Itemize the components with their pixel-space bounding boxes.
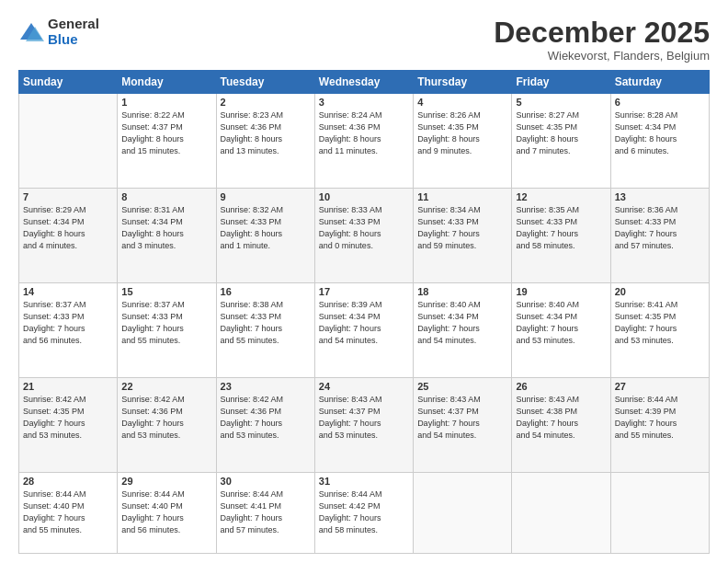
- header-saturday: Saturday: [610, 71, 709, 94]
- month-title: December 2025: [494, 17, 710, 49]
- day-info: Sunrise: 8:26 AMSunset: 4:35 PMDaylight:…: [417, 109, 507, 157]
- day-number: 30: [221, 476, 311, 487]
- day-info: Sunrise: 8:29 AMSunset: 4:34 PMDaylight:…: [23, 204, 113, 252]
- day-number: 8: [121, 191, 211, 202]
- day-number: 16: [221, 286, 311, 297]
- day-number: 19: [516, 286, 606, 297]
- day-number: 22: [121, 381, 211, 392]
- day-number: 12: [516, 191, 606, 202]
- header-thursday: Thursday: [414, 71, 512, 94]
- day-number: 25: [417, 381, 507, 392]
- day-info: Sunrise: 8:44 AMSunset: 4:41 PMDaylight:…: [221, 488, 311, 536]
- day-info: Sunrise: 8:44 AMSunset: 4:40 PMDaylight:…: [23, 488, 113, 536]
- header-wednesday: Wednesday: [314, 71, 413, 94]
- calendar-cell: 16Sunrise: 8:38 AMSunset: 4:33 PMDayligh…: [216, 283, 314, 378]
- calendar-cell: 10Sunrise: 8:33 AMSunset: 4:33 PMDayligh…: [314, 189, 413, 283]
- header-friday: Friday: [512, 71, 610, 94]
- weekday-header-row: Sunday Monday Tuesday Wednesday Thursday…: [19, 71, 710, 94]
- calendar-cell: 20Sunrise: 8:41 AMSunset: 4:35 PMDayligh…: [610, 283, 709, 378]
- day-number: 13: [615, 191, 705, 202]
- day-info: Sunrise: 8:42 AMSunset: 4:36 PMDaylight:…: [221, 394, 311, 442]
- calendar-cell: 14Sunrise: 8:37 AMSunset: 4:33 PMDayligh…: [19, 283, 118, 378]
- day-info: Sunrise: 8:43 AMSunset: 4:37 PMDaylight:…: [417, 394, 507, 442]
- logo-general-text: General: [48, 17, 99, 32]
- day-info: Sunrise: 8:28 AMSunset: 4:34 PMDaylight:…: [615, 109, 705, 157]
- day-number: 15: [121, 286, 211, 297]
- calendar-cell: 21Sunrise: 8:42 AMSunset: 4:35 PMDayligh…: [19, 378, 118, 473]
- day-number: 10: [319, 191, 409, 202]
- calendar-cell: 3Sunrise: 8:24 AMSunset: 4:36 PMDaylight…: [314, 94, 413, 189]
- day-info: Sunrise: 8:44 AMSunset: 4:42 PMDaylight:…: [319, 488, 409, 536]
- header-tuesday: Tuesday: [216, 71, 314, 94]
- day-info: Sunrise: 8:42 AMSunset: 4:35 PMDaylight:…: [23, 394, 113, 442]
- day-number: 4: [417, 97, 507, 108]
- calendar-cell: [19, 94, 118, 189]
- day-info: Sunrise: 8:40 AMSunset: 4:34 PMDaylight:…: [417, 299, 507, 347]
- day-info: Sunrise: 8:43 AMSunset: 4:37 PMDaylight:…: [319, 394, 409, 442]
- day-info: Sunrise: 8:44 AMSunset: 4:39 PMDaylight:…: [615, 394, 705, 442]
- calendar-cell: 4Sunrise: 8:26 AMSunset: 4:35 PMDaylight…: [414, 94, 512, 189]
- day-info: Sunrise: 8:33 AMSunset: 4:33 PMDaylight:…: [319, 204, 409, 252]
- day-number: 28: [23, 476, 113, 487]
- calendar-cell: 31Sunrise: 8:44 AMSunset: 4:42 PMDayligh…: [314, 473, 413, 554]
- calendar-cell: 18Sunrise: 8:40 AMSunset: 4:34 PMDayligh…: [414, 283, 512, 378]
- calendar-cell: 11Sunrise: 8:34 AMSunset: 4:33 PMDayligh…: [414, 189, 512, 283]
- calendar-cell: 23Sunrise: 8:42 AMSunset: 4:36 PMDayligh…: [216, 378, 314, 473]
- calendar-cell: 15Sunrise: 8:37 AMSunset: 4:33 PMDayligh…: [118, 283, 216, 378]
- calendar-cell: 27Sunrise: 8:44 AMSunset: 4:39 PMDayligh…: [610, 378, 709, 473]
- calendar-cell: 7Sunrise: 8:29 AMSunset: 4:34 PMDaylight…: [19, 189, 118, 283]
- calendar-cell: 25Sunrise: 8:43 AMSunset: 4:37 PMDayligh…: [414, 378, 512, 473]
- calendar-cell: 30Sunrise: 8:44 AMSunset: 4:41 PMDayligh…: [216, 473, 314, 554]
- calendar-cell: 5Sunrise: 8:27 AMSunset: 4:35 PMDaylight…: [512, 94, 610, 189]
- calendar-cell: 2Sunrise: 8:23 AMSunset: 4:36 PMDaylight…: [216, 94, 314, 189]
- day-info: Sunrise: 8:41 AMSunset: 4:35 PMDaylight:…: [615, 299, 705, 347]
- calendar-cell: 6Sunrise: 8:28 AMSunset: 4:34 PMDaylight…: [610, 94, 709, 189]
- logo-text: General Blue: [48, 17, 99, 47]
- day-info: Sunrise: 8:43 AMSunset: 4:38 PMDaylight:…: [516, 394, 606, 442]
- day-number: 14: [23, 286, 113, 297]
- calendar-cell: 28Sunrise: 8:44 AMSunset: 4:40 PMDayligh…: [19, 473, 118, 554]
- day-info: Sunrise: 8:37 AMSunset: 4:33 PMDaylight:…: [121, 299, 211, 347]
- calendar-cell: [610, 473, 709, 554]
- day-info: Sunrise: 8:22 AMSunset: 4:37 PMDaylight:…: [121, 109, 211, 157]
- day-number: 26: [516, 381, 606, 392]
- day-info: Sunrise: 8:35 AMSunset: 4:33 PMDaylight:…: [516, 204, 606, 252]
- day-number: 9: [221, 191, 311, 202]
- day-info: Sunrise: 8:44 AMSunset: 4:40 PMDaylight:…: [121, 488, 211, 536]
- calendar-cell: 22Sunrise: 8:42 AMSunset: 4:36 PMDayligh…: [118, 378, 216, 473]
- day-number: 5: [516, 97, 606, 108]
- day-info: Sunrise: 8:36 AMSunset: 4:33 PMDaylight:…: [615, 204, 705, 252]
- day-number: 6: [615, 97, 705, 108]
- location: Wiekevorst, Flanders, Belgium: [494, 49, 710, 63]
- day-info: Sunrise: 8:37 AMSunset: 4:33 PMDaylight:…: [23, 299, 113, 347]
- header-sunday: Sunday: [19, 71, 118, 94]
- day-number: 20: [615, 286, 705, 297]
- calendar-cell: 29Sunrise: 8:44 AMSunset: 4:40 PMDayligh…: [118, 473, 216, 554]
- day-info: Sunrise: 8:32 AMSunset: 4:33 PMDaylight:…: [221, 204, 311, 252]
- day-number: 27: [615, 381, 705, 392]
- calendar-cell: 12Sunrise: 8:35 AMSunset: 4:33 PMDayligh…: [512, 189, 610, 283]
- day-info: Sunrise: 8:39 AMSunset: 4:34 PMDaylight:…: [319, 299, 409, 347]
- day-number: 24: [319, 381, 409, 392]
- day-info: Sunrise: 8:40 AMSunset: 4:34 PMDaylight:…: [516, 299, 606, 347]
- calendar-cell: [414, 473, 512, 554]
- calendar-cell: [512, 473, 610, 554]
- day-info: Sunrise: 8:42 AMSunset: 4:36 PMDaylight:…: [121, 394, 211, 442]
- day-info: Sunrise: 8:24 AMSunset: 4:36 PMDaylight:…: [319, 109, 409, 157]
- title-block: December 2025 Wiekevorst, Flanders, Belg…: [494, 17, 710, 63]
- calendar-cell: 13Sunrise: 8:36 AMSunset: 4:33 PMDayligh…: [610, 189, 709, 283]
- calendar-cell: 19Sunrise: 8:40 AMSunset: 4:34 PMDayligh…: [512, 283, 610, 378]
- page: General Blue December 2025 Wiekevorst, F…: [0, 0, 728, 563]
- day-number: 7: [23, 191, 113, 202]
- calendar-cell: 24Sunrise: 8:43 AMSunset: 4:37 PMDayligh…: [314, 378, 413, 473]
- day-number: 18: [417, 286, 507, 297]
- header: General Blue December 2025 Wiekevorst, F…: [18, 17, 710, 63]
- day-number: 23: [221, 381, 311, 392]
- header-monday: Monday: [118, 71, 216, 94]
- day-info: Sunrise: 8:34 AMSunset: 4:33 PMDaylight:…: [417, 204, 507, 252]
- calendar-cell: 17Sunrise: 8:39 AMSunset: 4:34 PMDayligh…: [314, 283, 413, 378]
- day-number: 1: [121, 97, 211, 108]
- day-info: Sunrise: 8:27 AMSunset: 4:35 PMDaylight:…: [516, 109, 606, 157]
- day-number: 3: [319, 97, 409, 108]
- day-number: 17: [319, 286, 409, 297]
